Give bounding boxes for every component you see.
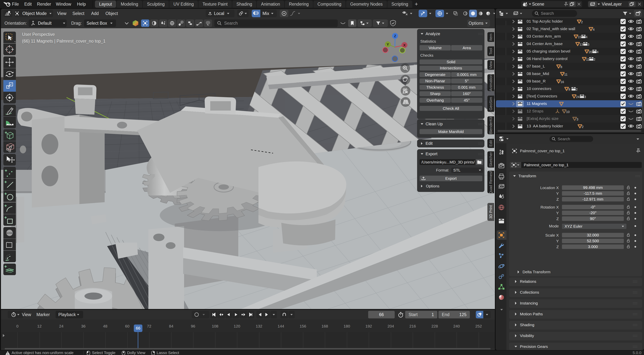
svg-text:Y: Y [387, 43, 389, 46]
svg-text:Z: Z [394, 34, 396, 38]
svg-text:X: X [403, 43, 406, 47]
svg-text:NONE: NONE [6, 232, 12, 234]
